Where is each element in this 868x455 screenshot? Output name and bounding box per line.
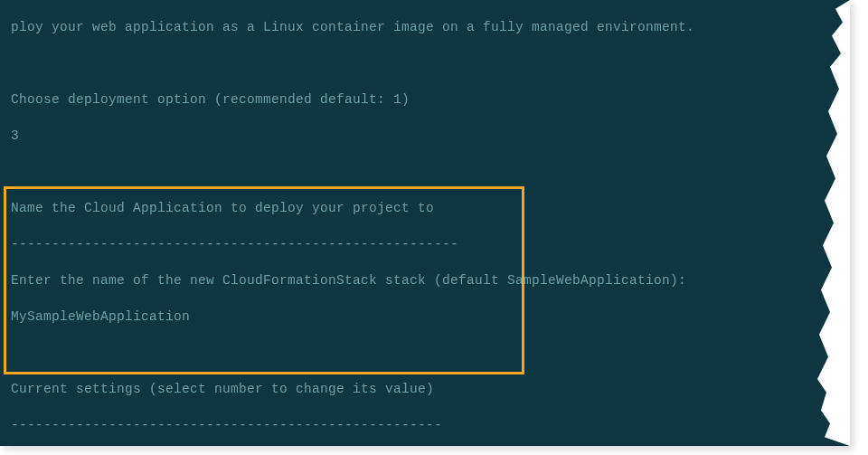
user-input-stack-name[interactable]: MySampleWebApplication bbox=[11, 308, 839, 326]
prompt-stack-name: Enter the name of the new CloudFormation… bbox=[11, 271, 839, 289]
output-line: ploy your web application as a Linux con… bbox=[11, 18, 839, 36]
prompt-name-app: Name the Cloud Application to deploy you… bbox=[11, 199, 839, 217]
divider: ----------------------------------------… bbox=[11, 416, 839, 434]
settings-header: Current settings (select number to chang… bbox=[11, 380, 839, 398]
divider: ----------------------------------------… bbox=[11, 235, 839, 253]
prompt-choose-option: Choose deployment option (recommended de… bbox=[11, 90, 839, 109]
blank-line bbox=[11, 163, 839, 181]
user-input-option[interactable]: 3 bbox=[11, 127, 839, 145]
blank-line bbox=[11, 54, 839, 72]
terminal-window[interactable]: ploy your web application as a Linux con… bbox=[0, 0, 850, 446]
blank-line bbox=[11, 344, 839, 362]
